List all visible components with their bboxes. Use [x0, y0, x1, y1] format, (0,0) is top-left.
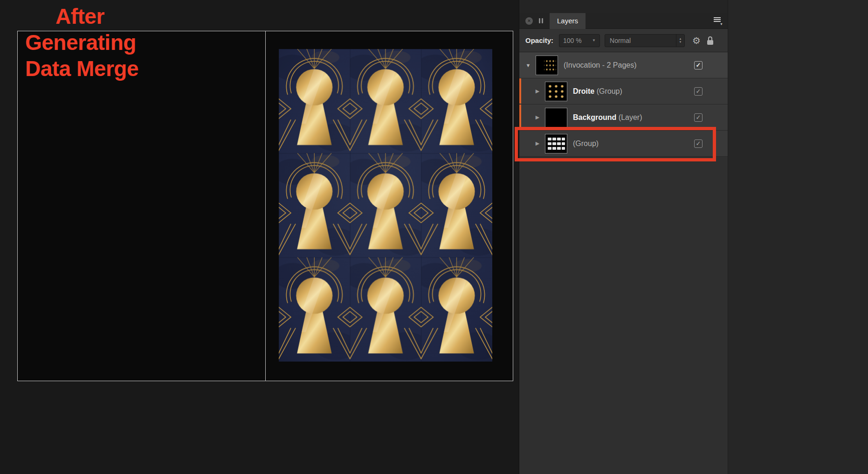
layer-thumbnail[interactable]	[545, 134, 567, 153]
panel-header: × Layers ▼	[519, 13, 728, 29]
selection-strip	[519, 105, 521, 130]
page-spread[interactable]	[17, 31, 513, 381]
layer-row-invocation[interactable]: ▼ (Invocation - 2 Pages) ✓	[519, 52, 728, 78]
selection-strip	[519, 78, 521, 104]
opacity-select[interactable]: 100 % ▼	[559, 34, 600, 47]
visibility-checkbox[interactable]: ✓	[694, 61, 703, 70]
opacity-dropdown-icon: ▼	[592, 38, 596, 42]
tab-layers[interactable]: Layers	[550, 13, 586, 29]
visibility-checkbox[interactable]: ✓	[694, 87, 703, 96]
expand-arrow-icon[interactable]: ▶	[534, 114, 541, 120]
blend-mode-value: Normal	[610, 37, 631, 44]
document-canvas[interactable]: After Generating Data Merge	[0, 0, 519, 474]
caption-generating: Generating	[25, 30, 136, 55]
layer-thumbnail[interactable]	[536, 56, 558, 75]
layer-thumbnail[interactable]	[545, 82, 567, 101]
lock-icon[interactable]	[707, 36, 713, 45]
opacity-label: Opacity:	[525, 36, 553, 44]
panel-menu-icon[interactable]: ▼	[714, 17, 722, 25]
blend-stepper[interactable]: ▲ ▼	[676, 35, 684, 47]
menu-caret-icon: ▼	[720, 22, 723, 26]
layer-suffix: (Layer)	[619, 113, 642, 121]
caption-data-merge: Data Merge	[25, 56, 138, 81]
text-rows-thumbnail	[545, 134, 567, 153]
layer-name: Droite	[573, 87, 594, 95]
application-window: After Generating Data Merge	[0, 0, 868, 474]
layer-suffix: (Invocation - 2 Pages)	[564, 61, 637, 69]
layer-row-background[interactable]: ▶ Background (Layer) ✓	[519, 105, 728, 131]
keyhole-pattern-svg	[279, 49, 492, 362]
layer-suffix: (Group)	[573, 139, 599, 147]
visibility-checkbox[interactable]: ✓	[694, 113, 703, 122]
layer-name: Background	[573, 113, 616, 121]
layer-thumbnail[interactable]	[545, 108, 567, 127]
gear-icon[interactable]: ⚙	[692, 36, 701, 45]
expand-arrow-icon[interactable]: ▼	[525, 63, 531, 68]
opacity-row: Opacity: 100 % ▼ Normal ▲ ▼ ⚙	[519, 29, 728, 52]
opacity-value: 100 %	[563, 37, 582, 44]
expand-arrow-icon[interactable]: ▶	[534, 88, 541, 94]
page-divider	[265, 31, 266, 381]
layer-row-group[interactable]: ▶ (Group) ✓	[519, 131, 728, 157]
hamburger-icon	[714, 17, 721, 22]
expand-arrow-icon[interactable]: ▶	[534, 140, 541, 146]
visibility-checkbox[interactable]: ✓	[694, 139, 703, 148]
stepper-down-icon: ▼	[679, 41, 682, 43]
layers-panel: × Layers ▼ Opacity: 100 % ▼ Normal ▲ ▼ ⚙	[519, 0, 728, 474]
close-panel-icon[interactable]: ×	[525, 17, 533, 25]
stepper-up-icon: ▲	[679, 37, 682, 40]
panel-top-strip	[519, 0, 728, 13]
pause-icon[interactable]	[539, 18, 543, 23]
data-merge-pattern-image[interactable]	[279, 49, 492, 362]
blend-mode-select[interactable]: Normal ▲ ▼	[605, 34, 685, 47]
window-background	[728, 0, 868, 474]
layer-row-droite[interactable]: ▶ Droite (Group) ✓	[519, 78, 728, 105]
layer-suffix: (Group)	[597, 87, 622, 95]
caption-after: After	[55, 4, 104, 29]
